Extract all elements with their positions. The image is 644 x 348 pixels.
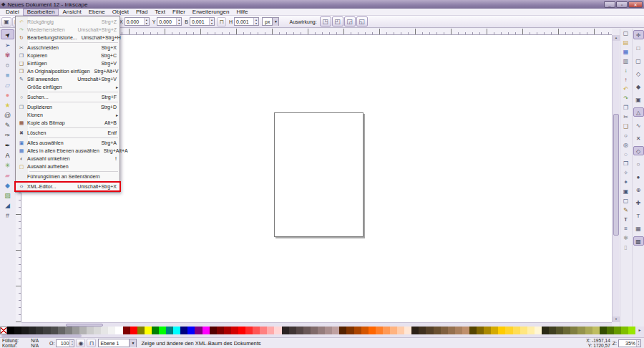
palette-swatch[interactable] (166, 327, 173, 334)
palette-swatch[interactable] (477, 327, 484, 334)
snap-toggle-button[interactable]: ○ (633, 159, 644, 168)
menu-item[interactable]: ❑ Einfügen Strg+V (16, 59, 119, 67)
palette-swatch[interactable] (628, 327, 635, 334)
palette-swatch[interactable] (36, 327, 43, 334)
palette-swatch[interactable] (303, 327, 311, 334)
snap-toggle-button[interactable]: ✚ (633, 198, 644, 207)
palette-swatch[interactable] (152, 327, 159, 334)
affect-toggle-button[interactable]: ◳ (320, 16, 331, 26)
document-page[interactable] (274, 112, 364, 237)
menubar-item[interactable]: Erweiterungen (189, 9, 233, 16)
minimize-button[interactable]: _ (604, 1, 615, 8)
palette-swatch[interactable] (210, 327, 217, 334)
snap-toggle-button[interactable]: ◇ (633, 146, 644, 155)
command-button[interactable]: ✱ (620, 233, 631, 243)
snap-toggle-button[interactable]: □ (633, 43, 644, 52)
palette-swatch[interactable] (7, 327, 14, 334)
palette-swatch[interactable] (621, 327, 628, 334)
tool-button[interactable]: # (1, 210, 14, 220)
palette-swatch[interactable] (29, 327, 36, 334)
palette-swatch[interactable] (448, 327, 455, 334)
palette-swatch[interactable] (43, 327, 50, 334)
tool-button[interactable]: ■ (1, 69, 14, 79)
palette-swatch[interactable] (592, 327, 600, 334)
command-button[interactable]: ↓ (620, 66, 631, 75)
palette-swatch[interactable] (159, 327, 166, 334)
menu-item[interactable]: ▢ Auswahl aufheben (16, 163, 119, 170)
menu-item[interactable]: ❐ Duplizieren Strg+D (16, 103, 119, 111)
tool-button[interactable]: ▨ (1, 190, 14, 200)
command-button[interactable]: ▯ (620, 243, 631, 252)
palette-swatch[interactable] (115, 327, 122, 334)
palette-swatch[interactable] (577, 327, 585, 334)
menu-item[interactable]: ✖ Löschen Entf (16, 129, 119, 137)
palette-swatch[interactable] (527, 327, 535, 334)
palette-swatch[interactable] (123, 327, 130, 334)
vertical-scrollbar-thumb[interactable] (613, 114, 619, 236)
palette-swatch[interactable] (180, 327, 187, 334)
tool-button[interactable]: ✳ (1, 160, 14, 170)
y-field[interactable]: 0,000▴▾ (157, 17, 182, 26)
palette-swatch[interactable] (607, 327, 614, 334)
palette-swatch[interactable] (267, 327, 274, 334)
tool-button[interactable]: ➢ (1, 39, 14, 49)
snap-toggle-button[interactable]: △ (633, 107, 644, 117)
palette-swatch[interactable] (21, 327, 29, 334)
tool-button[interactable]: ◆ (1, 180, 14, 190)
palette-swatch[interactable] (369, 327, 376, 334)
palette-swatch[interactable] (72, 327, 79, 334)
palette-swatch[interactable] (563, 327, 570, 334)
palette-swatch[interactable] (535, 327, 542, 334)
tool-button[interactable]: ✾ (1, 49, 14, 59)
menubar-item[interactable]: Ebene (85, 9, 109, 16)
command-button[interactable]: ▦ (620, 47, 631, 57)
menu-item[interactable]: ❐ Kopieren Strg+C (16, 52, 119, 59)
command-button[interactable]: ◎ (620, 140, 631, 150)
command-button[interactable]: ✦ (620, 178, 631, 187)
tool-button[interactable]: ▱ (1, 79, 14, 90)
palette-swatch[interactable] (203, 327, 210, 334)
scroll-down-icon[interactable]: ▼ (613, 316, 620, 322)
snap-toggle-button[interactable]: ◇ (633, 69, 644, 78)
palette-swatch[interactable] (520, 327, 527, 334)
command-button[interactable]: ◌ (620, 150, 631, 159)
palette-swatch[interactable] (498, 327, 505, 334)
menubar-item[interactable]: Pfad (132, 9, 151, 16)
tool-button[interactable]: ✑ (1, 130, 14, 140)
palette-swatch[interactable] (311, 327, 318, 334)
menu-item[interactable]: ❒ An Originalposition einfügen Strg+Alt+… (16, 67, 119, 75)
palette-swatch[interactable] (14, 327, 21, 334)
snap-toggle-button[interactable]: ✕ (633, 133, 644, 142)
palette-swatch[interactable] (325, 327, 332, 334)
width-field[interactable]: 0,001▴▾ (190, 17, 215, 26)
vertical-scrollbar[interactable]: ▲ ▼ (612, 35, 619, 322)
tool-button[interactable]: ★ (1, 100, 14, 110)
palette-swatch[interactable] (318, 327, 325, 334)
y-spinner[interactable]: ▴▾ (176, 18, 181, 25)
command-button[interactable]: ○ (620, 131, 631, 140)
snap-toggle-button[interactable]: ● (633, 172, 644, 181)
snap-toggle-button[interactable]: ⊕ (633, 185, 644, 194)
menubar-item[interactable]: Hilfe (233, 9, 251, 16)
palette-swatch[interactable] (108, 327, 115, 334)
palette-swatch[interactable] (253, 327, 260, 334)
height-field[interactable]: 0,001▴▾ (234, 17, 259, 26)
affect-toggle-button[interactable]: ◰ (332, 16, 343, 26)
palette-swatch[interactable] (419, 327, 426, 334)
menu-item[interactable]: ↷ Wiederherstellen Umschalt+Strg+Z (16, 26, 119, 34)
snap-toggle-button[interactable]: ✛ (633, 30, 644, 39)
palette-swatch[interactable] (58, 327, 65, 334)
maximize-button[interactable]: ▫ (616, 1, 628, 8)
scroll-up-icon[interactable]: ▲ (613, 35, 620, 41)
close-button[interactable]: ✕ (628, 1, 643, 8)
command-button[interactable]: ▢ (620, 196, 631, 206)
palette-swatch[interactable] (289, 327, 296, 334)
palette-swatch[interactable] (130, 327, 137, 334)
palette-swatch[interactable] (585, 327, 592, 334)
palette-swatch[interactable] (434, 327, 441, 334)
snap-toggle-button[interactable]: ▢ (633, 56, 644, 65)
palette-swatch[interactable] (570, 327, 577, 334)
affect-toggle-button[interactable]: ◲ (344, 16, 356, 26)
palette-swatch[interactable] (383, 327, 390, 334)
palette-swatch[interactable] (87, 327, 94, 334)
